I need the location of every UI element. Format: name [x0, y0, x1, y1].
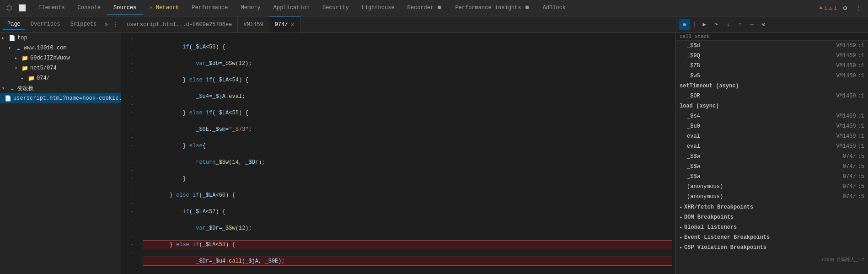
stack-name: _$ZB — [687, 63, 832, 69]
stack-line: :1 — [858, 93, 864, 99]
editor-tab-userscript[interactable]: userscript.html...d-8609e25786ee — [121, 16, 238, 32]
stack-item-ssw3[interactable]: _$$w 074/ :5 — [676, 172, 868, 182]
stack-item-sws[interactable]: _$wS VM1459 :1 — [676, 71, 868, 81]
stack-item-ssd[interactable]: _$$d VM1459 :1 — [676, 41, 868, 51]
tree-item-69dc[interactable]: ▸ 📁 69dcJIZnWuow — [0, 53, 121, 63]
breakpoints-section: ▸ XHR/fetch Breakpoints ▸ DOM Breakpoint… — [676, 202, 868, 253]
cloud-icon-biangaihuan: ☁ — [8, 85, 16, 92]
stack-name: (anonymous) — [687, 183, 839, 190]
sources-page-tab[interactable]: Page — [3, 19, 25, 30]
stack-item-eval1[interactable]: eval VM1459 :1 — [676, 131, 868, 141]
sources-snippets-tab[interactable]: Snippets — [66, 19, 102, 30]
settings-icon[interactable]: ⚙ — [840, 3, 851, 14]
stack-file: VM1459 — [836, 93, 856, 99]
sources-options-btn[interactable]: ⋮ — [113, 21, 118, 28]
file-icon-userscript: 📄 — [5, 95, 11, 102]
stack-item-ss4[interactable]: _$s4 VM1459 :1 — [676, 111, 868, 121]
stack-item-anon2[interactable]: (anonymous) 074/ :5 — [676, 192, 868, 202]
editor-tab-close-icon[interactable]: × — [290, 21, 294, 28]
section-label: setTimeout (async) — [680, 83, 739, 89]
stack-file: 074/ — [843, 153, 856, 160]
tree-arrow-69dc: ▸ — [15, 55, 21, 61]
tab-memory[interactable]: Memory — [235, 2, 267, 15]
resume-btn[interactable]: ▶ — [699, 19, 710, 30]
tree-item-userscript[interactable]: ▸ 📄 userscript.html?name=hook-cookie.use… — [0, 93, 121, 103]
more-options-icon[interactable]: ⋮ — [853, 3, 864, 14]
stack-line: :1 — [858, 73, 864, 79]
sidebar-toggle-btn[interactable]: ⊞ — [679, 19, 690, 30]
stack-item-szb[interactable]: _$ZB VM1459 :1 — [676, 61, 868, 71]
step-btn[interactable]: → — [746, 19, 757, 30]
deactivate-btn[interactable]: ⊘ — [758, 19, 769, 30]
stack-name: (anonymous) — [687, 193, 839, 200]
section-label: DOM Breakpoints — [684, 214, 734, 220]
watermark: CSDN @局外人_LZ — [822, 256, 864, 263]
stack-file: VM1459 — [836, 123, 856, 129]
stack-section-load: load (async) — [676, 101, 868, 111]
editor-tab-074[interactable]: 074/ × — [269, 16, 300, 32]
stack-file: VM1459 — [836, 53, 856, 59]
event-listeners-header[interactable]: ▸ Event Listener Breakpoints — [676, 232, 868, 242]
tree-arrow-074: ▸ — [21, 75, 27, 81]
tree-item-www10010[interactable]: ▾ ☁ www.10010.com — [0, 43, 121, 53]
stack-item-sor[interactable]: _$OR VM1459 :1 — [676, 91, 868, 101]
stack-item-ssw1[interactable]: _$$w 074/ :5 — [676, 151, 868, 161]
dom-breakpoints-header[interactable]: ▸ DOM Breakpoints — [676, 212, 868, 222]
tab-console[interactable]: Console — [71, 2, 107, 15]
tab-recorder[interactable]: Recorder ⏺ — [401, 1, 449, 15]
stack-line: :5 — [858, 183, 864, 190]
section-arrow: ▸ — [680, 204, 682, 210]
tab-performance-insights[interactable]: Performance insights ⏺ — [449, 1, 536, 15]
tree-label-net5: net5/074 — [30, 65, 57, 71]
step-out-btn[interactable]: ↑ — [734, 19, 745, 30]
stack-item-s9q[interactable]: _$9Q VM1459 :1 — [676, 51, 868, 61]
tree-label-69dc: 69dcJIZnWuow — [30, 55, 70, 61]
top-toolbar: ⬡ ⬜ Elements Console Sources ⚠ Network P… — [0, 0, 868, 16]
folder-icon-074: 📁 — [27, 75, 35, 82]
section-label: Global Listeners — [684, 224, 737, 231]
tree-label-top: top — [17, 35, 27, 41]
stack-line: :1 — [858, 63, 864, 69]
step-over-btn[interactable]: ↷ — [711, 19, 722, 30]
sources-more-btn[interactable]: » — [102, 21, 111, 29]
csp-violations-header[interactable]: ▸ CSP Violation Breakpoints — [676, 242, 868, 253]
tree-arrow-net5: ▾ — [15, 65, 21, 71]
code-content[interactable]: if (_$LA < 53) { var _$db = _$Sw(12); } … — [139, 33, 675, 274]
stack-item-ssw2[interactable]: _$$w 074/ :5 — [676, 161, 868, 172]
section-label: XHR/fetch Breakpoints — [684, 204, 753, 210]
step-into-btn[interactable]: ↓ — [723, 19, 734, 30]
stack-file: 074/ — [843, 173, 856, 180]
tree-item-074[interactable]: ▸ 📁 074/ — [0, 73, 121, 83]
tab-adblock[interactable]: AdBlock — [536, 2, 572, 15]
tab-lighthouse[interactable]: Lighthouse — [355, 2, 401, 15]
stack-name: _$wS — [687, 73, 832, 79]
stack-name: _$$d — [687, 43, 832, 49]
tab-sources[interactable]: Sources — [107, 2, 143, 15]
tab-elements[interactable]: Elements — [32, 2, 71, 15]
xhr-breakpoints-header[interactable]: ▸ XHR/fetch Breakpoints — [676, 202, 868, 212]
editor-tab-vm1459[interactable]: VM1459 — [238, 16, 269, 32]
section-arrow: ▸ — [680, 245, 682, 250]
tab-security[interactable]: Security — [316, 2, 355, 15]
tree-item-net5[interactable]: ▾ 📁 net5/074 — [0, 63, 121, 73]
tree-arrow-biangaihuan: ▾ — [2, 86, 8, 91]
tab-performance[interactable]: Performance — [185, 2, 234, 15]
tab-application[interactable]: Application — [267, 2, 316, 15]
stack-item-anon1[interactable]: (anonymous) 074/ :5 — [676, 182, 868, 192]
stack-file: 074/ — [843, 183, 856, 190]
tree-label-www10010: www.10010.com — [24, 45, 67, 51]
tree-item-biangaihuan[interactable]: ▾ ☁ 变改换 — [0, 83, 121, 93]
tab-network[interactable]: ⚠ Network — [143, 1, 185, 15]
stack-name: _$9Q — [687, 53, 832, 59]
device-icon[interactable]: ⬜ — [16, 3, 27, 14]
line-numbers: ----- ----- ----- ----- ----- -- — [121, 33, 139, 274]
stack-line: :5 — [858, 163, 864, 170]
inspect-icon[interactable]: ⬡ — [4, 3, 15, 14]
tree-item-top[interactable]: ▸ 📄 top — [0, 33, 121, 43]
stack-item-su0[interactable]: _$u0 VM1459 :1 — [676, 121, 868, 131]
page-icon: 📄 — [8, 35, 16, 42]
global-listeners-header[interactable]: ▸ Global Listeners — [676, 222, 868, 232]
code-area[interactable]: ----- ----- ----- ----- ----- -- if (_$L… — [121, 33, 675, 274]
sources-overrides-tab[interactable]: Overrides — [26, 19, 65, 30]
stack-item-eval2[interactable]: eval VM1459 :1 — [676, 141, 868, 151]
